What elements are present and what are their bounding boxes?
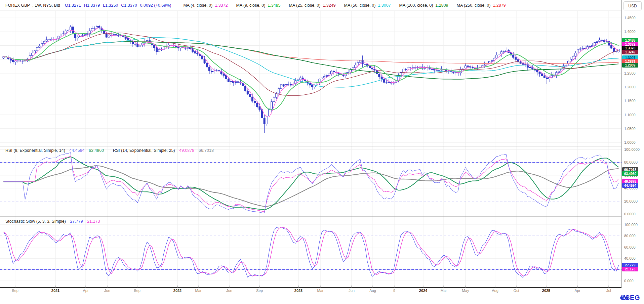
ohlc-change: 0.0092 (+0.69%) [140,3,171,8]
rsi-panel-title: RSI (9, Exponential, Simple, 14) 44.4594… [5,148,217,153]
rsi1-label: RSI (9, Exponential, Simple, 14) [5,148,65,153]
ma-legend-item: MA (4, close, 0)1.3372 [183,3,231,8]
stoch-k-value: 27.779 [70,219,83,224]
charting-application: FOREX GBP=, 1W, NYS, Bid O1.3271 H1.3379… [0,0,644,304]
ma-legend-label: MA (25, close, 0) [289,3,321,8]
rsi1-ma-value: 63.4960 [89,148,104,153]
ma-legend: MA (4, close, 0)1.3372MA (9, close, 0)1.… [178,3,509,8]
ma-legend-label: MA (250, close, 0) [457,3,491,8]
instrument-title: FOREX GBP=, 1W, NYS, Bid [5,3,60,8]
stochastic-panel-title: Stochastic Slow (5, 3, 3, Simple) 27.779… [5,219,103,224]
ohlc-high: H1.3379 [84,3,100,8]
ma-legend-label: MA (4, close, 0) [183,3,212,8]
stochastic-panel[interactable] [0,217,621,288]
ma-legend-item: MA (100, close, 0)1.2809 [399,3,451,8]
rsi2-label: RSI (14, Exponential, Simple, 25) [113,148,175,153]
main-price-panel[interactable] [0,11,621,146]
ma-legend-value: 1.3249 [323,3,335,8]
rsi2-value: 49.0878 [179,148,194,153]
currency-selector-button[interactable]: USD [623,1,642,10]
ma-legend-item: MA (25, close, 0)1.3249 [289,3,339,8]
ma-legend-item: MA (250, close, 0)1.2879 [457,3,509,8]
ohlc-open: O1.3271 [65,3,81,8]
ohlc-close: C1.3370 [121,3,137,8]
ma-legend-value: 1.3007 [378,3,391,8]
ma-legend-value: 1.3485 [268,3,280,8]
ma-legend-label: MA (100, close, 0) [399,3,433,8]
ma-legend-item: MA (50, close, 0)1.3007 [344,3,394,8]
ma-legend-value: 1.2809 [435,3,448,8]
price-axis[interactable] [621,11,644,288]
ma-legend-value: 1.3372 [215,3,228,8]
ma-legend-label: MA (50, close, 0) [344,3,376,8]
ma-legend-value: 1.2879 [493,3,506,8]
ma-legend-item: MA (9, close, 0)1.3485 [236,3,283,8]
rsi2-ma-value: 66.7018 [199,148,214,153]
ohlc-low: L1.3250 [103,3,118,8]
rsi-panel[interactable] [0,146,621,217]
rsi1-value: 44.4594 [69,148,84,153]
stoch-d-value: 21.173 [87,219,100,224]
stoch-label: Stochastic Slow (5, 3, 3, Simple) [5,219,66,224]
lseg-brand: LSEG [619,294,640,302]
lseg-logo-icon [619,294,629,302]
time-axis[interactable] [0,288,621,294]
chart-header: FOREX GBP=, 1W, NYS, Bid O1.3271 H1.3379… [0,0,624,11]
ma-legend-label: MA (9, close, 0) [236,3,265,8]
